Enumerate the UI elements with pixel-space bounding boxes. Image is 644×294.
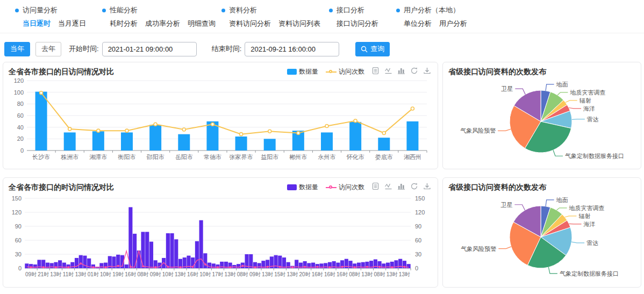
line-marker-icon (326, 184, 337, 190)
legend-item-data-volume[interactable]: 数据量 (287, 183, 318, 192)
svg-text:10时: 10时 (162, 271, 174, 277)
nav-item-data-access-analysis[interactable]: 资料访问分析 (229, 19, 271, 28)
svg-text:10时: 10时 (199, 271, 211, 277)
svg-text:120: 120 (14, 77, 24, 84)
pie-top-header: 省级接口访问资料的次数发布 (443, 62, 641, 76)
svg-text:13时: 13时 (50, 271, 61, 277)
legend-item-data-volume[interactable]: 数据量 (287, 67, 318, 76)
svg-text:岳阳市: 岳阳市 (175, 154, 193, 160)
svg-text:衡阳市: 衡阳市 (118, 154, 136, 160)
pie-bottom-title: 省级接口访问资料的次数发布 (448, 183, 546, 191)
nav-item-detail-query[interactable]: 明细查询 (188, 19, 216, 28)
nav-item-time-cost[interactable]: 耗时分析 (110, 19, 138, 28)
svg-text:益阳市: 益阳市 (261, 154, 278, 160)
line-chart-toggle-icon[interactable] (384, 182, 392, 190)
hourly-chart-card: 全省各市接口的时访问情况对比 数据量 访问次数 0030306060909012… (3, 177, 438, 288)
end-time-input[interactable] (245, 42, 339, 56)
nav-group-interface: 接口分析 接口访问分析 (329, 5, 378, 28)
svg-text:地质灾害调查: 地质灾害调查 (569, 89, 605, 96)
svg-text:120: 120 (415, 209, 425, 216)
line-marker-icon (326, 69, 337, 75)
svg-text:13时: 13时 (75, 271, 87, 277)
svg-text:150: 150 (415, 195, 425, 202)
svg-text:09时: 09时 (25, 271, 37, 277)
svg-text:120: 120 (12, 209, 22, 216)
save-image-icon[interactable] (423, 67, 431, 75)
nav-group-label: 性能分析 (110, 5, 138, 15)
hourly-chart-legend: 数据量 访问次数 (287, 183, 364, 192)
nav-item-success-rate[interactable]: 成功率分析 (145, 19, 180, 28)
svg-text:气象风险预警: 气象风险预警 (460, 127, 496, 134)
svg-text:40: 40 (17, 124, 24, 131)
svg-text:邵阳市: 邵阳市 (146, 154, 164, 160)
svg-text:150: 150 (12, 195, 22, 202)
svg-text:怀化市: 怀化市 (346, 154, 364, 160)
daily-chart-header: 全省各市接口的日访问情况对比 数据量 访问次数 (3, 62, 438, 76)
svg-text:15时: 15时 (274, 271, 285, 277)
bar-swatch-icon (287, 69, 297, 75)
province-interface-pie-top[interactable]: 地面地质灾害调查辐射海洋雷达气象定制数据服务接口卫星气象风险预警 (443, 76, 641, 167)
data-view-icon[interactable] (371, 182, 380, 190)
svg-text:湘潭市: 湘潭市 (89, 154, 107, 160)
svg-text:卫星: 卫星 (500, 202, 512, 208)
daily-combo-chart[interactable]: 020406080100120长沙市株洲市湘潭市衡阳市邵阳市岳阳市常德市张家界市… (6, 77, 433, 167)
nav-group-title: 访问量分析 (15, 5, 86, 15)
data-view-icon[interactable] (371, 67, 380, 75)
province-interface-pie-bottom[interactable]: 地面地质灾害调查辐射海洋雷达气象定制数据服务接口卫星气象风险预警 (443, 192, 641, 284)
svg-text:0: 0 (18, 265, 22, 271)
bar-chart-toggle-icon[interactable] (397, 67, 405, 75)
save-image-icon[interactable] (423, 182, 431, 190)
restore-icon[interactable] (410, 182, 418, 190)
svg-text:21时: 21时 (38, 271, 49, 277)
nav-item-interface-access-analysis[interactable]: 接口访问分析 (337, 19, 378, 28)
svg-text:01时: 01时 (88, 271, 99, 277)
svg-text:常德市: 常德市 (204, 154, 221, 160)
svg-text:13时: 13时 (262, 271, 273, 277)
line-chart-toggle-icon[interactable] (384, 67, 392, 75)
nav-group-title: 资料分析 (221, 5, 320, 15)
bullet-icon (102, 9, 106, 12)
svg-text:气象风险预警: 气象风险预警 (461, 246, 496, 252)
search-button[interactable]: 查询 (355, 42, 390, 56)
svg-text:湘西州: 湘西州 (404, 154, 421, 160)
end-time-label: 结束时间: (212, 44, 242, 54)
svg-text:60: 60 (15, 237, 22, 243)
legend-label: 访问次数 (339, 67, 364, 76)
nav-item-data-access-list[interactable]: 资料访问列表 (278, 19, 320, 28)
this-year-button[interactable]: 当年 (4, 42, 30, 56)
hourly-combo-chart[interactable]: 0030306060909012012015015009时21时13时11时13… (6, 193, 433, 285)
svg-text:08时: 08时 (349, 271, 360, 277)
nav-item-user-analysis[interactable]: 用户分析 (439, 19, 467, 28)
bullet-icon (396, 9, 400, 12)
nav-item-daily-month[interactable]: 当月逐日 (58, 19, 86, 28)
nav-group-label: 资料分析 (229, 5, 257, 15)
svg-text:19时: 19时 (112, 271, 124, 277)
svg-text:30: 30 (15, 251, 22, 257)
last-year-button[interactable]: 去年 (35, 42, 61, 56)
restore-icon[interactable] (410, 67, 418, 75)
legend-item-visit-count[interactable]: 访问次数 (326, 67, 364, 76)
svg-text:09时: 09时 (150, 271, 161, 277)
filter-bar: 当年 去年 开始时间: 结束时间: 查询 (4, 41, 390, 57)
nav-item-unit-analysis[interactable]: 单位分析 (404, 19, 432, 28)
svg-text:90: 90 (15, 223, 22, 230)
svg-text:海洋: 海洋 (583, 105, 595, 112)
daily-chart-legend: 数据量 访问次数 (287, 67, 364, 76)
nav-group-label: 访问量分析 (23, 5, 58, 15)
start-time-input[interactable] (102, 42, 197, 56)
legend-item-visit-count[interactable]: 访问次数 (326, 183, 364, 192)
svg-text:16时: 16时 (312, 271, 323, 277)
top-navbar: 访问量分析 当日逐时 当月逐日 性能分析 耗时分析 成功率分析 明细查询 资料分… (0, 0, 644, 33)
svg-text:11时: 11时 (63, 271, 74, 277)
bar-chart-toggle-icon[interactable] (397, 182, 405, 190)
nav-item-hourly-today[interactable]: 当日逐时 (23, 19, 51, 28)
legend-label: 访问次数 (339, 183, 364, 192)
svg-text:13时: 13时 (361, 271, 373, 277)
pie-bottom-header: 省级接口访问资料的次数发布 (443, 178, 641, 192)
svg-text:08时: 08时 (237, 271, 248, 277)
svg-text:娄底市: 娄底市 (375, 154, 393, 160)
svg-text:16时: 16时 (337, 271, 348, 277)
pie-card-bottom: 省级接口访问资料的次数发布 地面地质灾害调查辐射海洋雷达气象定制数据服务接口卫星… (442, 177, 641, 288)
legend-label: 数据量 (299, 67, 318, 76)
start-time-label: 开始时间: (69, 44, 99, 54)
